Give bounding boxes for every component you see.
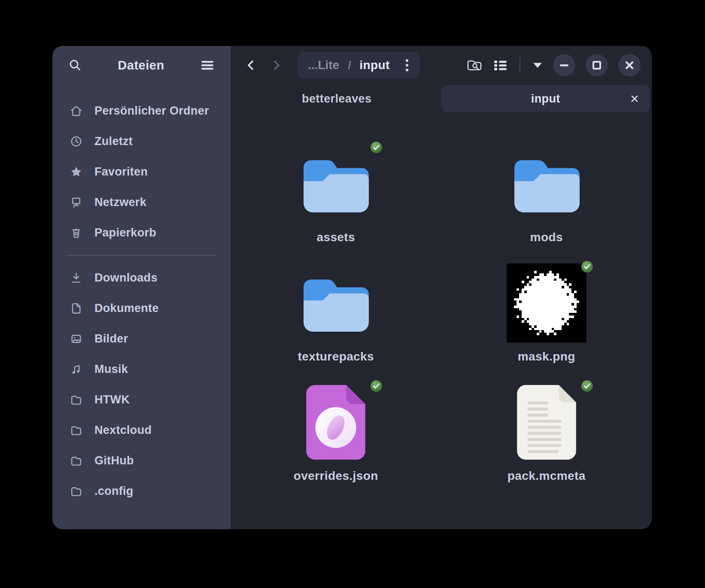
toolbar-separator	[520, 57, 520, 73]
network-icon	[69, 196, 83, 209]
folder-icon	[69, 485, 83, 498]
tab-betterleaves[interactable]: betterleaves	[232, 85, 441, 112]
image-icon	[69, 332, 83, 346]
file-item-mods[interactable]: mods	[482, 144, 611, 244]
sync-check-badge	[581, 261, 593, 273]
tab-label: betterleaves	[302, 92, 371, 106]
view-options-dropdown[interactable]	[532, 62, 543, 68]
forward-button[interactable]	[269, 58, 284, 73]
sidebar-item-recent[interactable]: Zuletzt	[64, 126, 219, 157]
file-item-assets[interactable]: assets	[271, 144, 400, 244]
folder-search-icon	[466, 58, 483, 72]
view-list-toggle-button[interactable]	[493, 58, 507, 72]
file-label: texturepacks	[298, 350, 374, 364]
folder-options-button[interactable]	[404, 58, 410, 73]
main-pane: ...Lite / input	[231, 46, 652, 529]
chevron-down-triangle-icon	[532, 62, 543, 68]
file-grid: assets mods	[231, 113, 652, 529]
sidebar: Dateien Persönlicher Ordner	[52, 46, 231, 529]
view-list-icon	[493, 58, 507, 72]
sidebar-item-downloads[interactable]: Downloads	[64, 263, 219, 293]
chevron-left-icon	[243, 58, 258, 73]
sidebar-item-github[interactable]: GitHub	[64, 446, 219, 476]
breadcrumb: ...Lite / input	[298, 52, 420, 79]
folder-icon	[69, 393, 83, 406]
folder-icon	[69, 454, 83, 467]
sidebar-item-label: Netzwerk	[94, 196, 146, 209]
search-button[interactable]	[68, 58, 82, 73]
sidebar-divider	[67, 255, 216, 256]
sidebar-item-label: Favoriten	[94, 165, 148, 179]
sidebar-item-label: GitHub	[94, 454, 134, 467]
maximize-button[interactable]	[586, 54, 608, 76]
file-label: assets	[316, 230, 355, 244]
folder-icon	[69, 424, 83, 437]
sidebar-item-nextcloud[interactable]: Nextcloud	[64, 415, 219, 446]
sidebar-item-documents[interactable]: Dokumente	[64, 293, 219, 324]
close-icon	[625, 61, 634, 70]
sidebar-item-label: Papierkorb	[94, 226, 156, 239]
maximize-icon	[592, 61, 602, 70]
sidebar-item-label: Zuletzt	[94, 135, 133, 148]
sidebar-item-label: HTWK	[94, 393, 130, 406]
sidebar-item-label: Downloads	[94, 271, 158, 285]
search-icon	[68, 58, 82, 73]
sidebar-item-music[interactable]: Musik	[64, 354, 219, 385]
file-item-texturepacks[interactable]: texturepacks	[271, 263, 400, 364]
file-item-pack-mcmeta[interactable]: pack.mcmeta	[482, 382, 611, 483]
folder-icon	[301, 155, 371, 212]
hamburger-menu-icon	[200, 59, 215, 72]
sync-check-badge	[370, 141, 383, 154]
sidebar-item-starred[interactable]: Favoriten	[64, 157, 219, 187]
sidebar-item-label: .config	[94, 485, 134, 498]
header-bar: ...Lite / input	[231, 46, 652, 85]
star-icon	[69, 165, 83, 179]
file-item-overrides-json[interactable]: overrides.json	[271, 382, 400, 483]
trash-icon	[69, 226, 83, 239]
file-manager-window: Dateien Persönlicher Ordner	[52, 46, 652, 529]
breadcrumb-separator: /	[348, 59, 351, 72]
minimize-icon	[559, 64, 569, 67]
sidebar-item-htwk[interactable]: HTWK	[64, 385, 219, 415]
file-label: mods	[530, 230, 563, 244]
sidebar-item-label: Persönlicher Ordner	[94, 104, 209, 118]
breadcrumb-parent[interactable]: ...Lite	[308, 58, 339, 72]
chevron-right-icon	[269, 58, 284, 73]
sidebar-item-home[interactable]: Persönlicher Ordner	[64, 96, 219, 126]
main-menu-button[interactable]	[200, 59, 215, 72]
sidebar-item-label: Dokumente	[94, 302, 159, 315]
search-in-folder-button[interactable]	[466, 58, 483, 72]
tab-close-button[interactable]	[629, 93, 641, 105]
download-icon	[69, 271, 83, 285]
file-item-mask-png[interactable]: mask.png	[482, 263, 611, 364]
sidebar-item-trash[interactable]: Papierkorb	[64, 218, 219, 248]
minimize-button[interactable]	[553, 54, 575, 76]
sidebar-nav: Persönlicher Ordner Zuletzt Favoriten	[52, 85, 231, 506]
back-button[interactable]	[243, 58, 258, 73]
tab-bar: betterleaves input	[231, 85, 652, 113]
header-actions	[466, 54, 641, 76]
file-label: overrides.json	[294, 469, 378, 483]
folder-icon	[301, 274, 371, 332]
folder-icon	[512, 155, 581, 212]
tab-input[interactable]: input	[441, 85, 650, 112]
sidebar-item-config[interactable]: .config	[64, 476, 219, 506]
breadcrumb-current[interactable]: input	[359, 58, 389, 72]
mask-image-thumbnail	[507, 264, 586, 342]
sync-check-badge	[581, 380, 593, 392]
sidebar-header: Dateien	[52, 46, 231, 85]
home-icon	[69, 104, 83, 118]
music-icon	[69, 363, 83, 376]
close-icon	[630, 94, 639, 103]
sidebar-item-label: Nextcloud	[94, 424, 152, 437]
text-file-icon	[517, 385, 576, 460]
close-button[interactable]	[618, 54, 641, 76]
sync-check-badge	[370, 380, 383, 392]
sidebar-item-label: Musik	[94, 363, 128, 376]
file-label: mask.png	[518, 350, 575, 364]
sidebar-item-pictures[interactable]: Bilder	[64, 324, 219, 354]
document-icon	[69, 302, 83, 315]
kebab-menu-icon	[404, 58, 410, 73]
sidebar-item-network[interactable]: Netzwerk	[64, 187, 219, 218]
json-file-icon	[306, 385, 365, 460]
